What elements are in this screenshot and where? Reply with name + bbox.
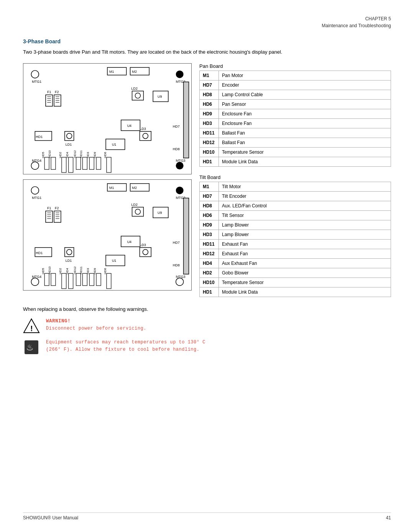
connector-description: Ballast Fan (219, 128, 391, 138)
connector-description: Exhaust Fan (219, 249, 391, 258)
warning-1-body: Disconnect power before servicing. (46, 325, 391, 332)
svg-text:F1: F1 (47, 206, 51, 210)
svg-text:HD5: HD5 (41, 152, 45, 158)
connector-code: HD10 (200, 277, 219, 287)
connector-code: HD2 (200, 268, 219, 277)
connector-code: HD6 (200, 210, 219, 220)
connector-description: Encoder (219, 80, 391, 90)
svg-point-0 (31, 71, 39, 78)
connector-description: Tilt Motor (219, 182, 391, 191)
warning-box-1: ! WARNING! Disconnect power before servi… (23, 317, 391, 334)
connector-description: Pan Sensor (219, 99, 391, 109)
svg-rect-61 (184, 82, 189, 158)
svg-text:HD5: HD5 (41, 268, 45, 274)
table-row: HD11Ballast Fan (200, 128, 391, 138)
warning-triangle-icon: ! (23, 317, 40, 334)
connector-description: Temperature Sensor (219, 147, 391, 157)
chapter-label: CHAPTER 5 (23, 15, 391, 22)
svg-rect-53 (82, 157, 87, 169)
connector-code: HD6 (200, 99, 219, 109)
table-row: HD9Lamp Blower (200, 220, 391, 230)
svg-text:HD1: HD1 (36, 135, 43, 138)
svg-text:HD6: HD6 (104, 268, 107, 274)
svg-rect-45 (51, 157, 56, 169)
svg-rect-121 (107, 273, 111, 289)
table-row: HD10Temperature Sensor (200, 147, 391, 157)
pan-board-title: Pan Board (199, 63, 391, 69)
connector-code: HD1 (200, 287, 219, 297)
connector-code: HD11 (200, 128, 219, 138)
connector-description: Temperature Sensor (219, 277, 391, 287)
warning-1-title: WARNING! (46, 317, 391, 325)
svg-rect-111 (69, 273, 73, 289)
svg-point-103 (176, 278, 184, 286)
table-row: HD6Tilt Sensor (200, 210, 391, 220)
svg-text:LD3: LD3 (140, 243, 146, 247)
svg-text:U9: U9 (158, 95, 162, 99)
table-row: HD11Exhaust Fan (200, 239, 391, 249)
svg-rect-105 (44, 273, 49, 286)
svg-text:MTG3: MTG3 (176, 159, 186, 163)
connector-code: HD9 (200, 109, 219, 118)
table-row: HD1Module Link Data (200, 287, 391, 297)
connector-code: HD8 (200, 201, 219, 210)
footer-right: 41 (386, 515, 391, 521)
table-row: HD6Pan Sensor (200, 99, 391, 109)
svg-text:F2: F2 (55, 206, 59, 210)
svg-rect-20 (132, 91, 144, 100)
table-row: HD12Exhaust Fan (200, 249, 391, 258)
svg-rect-49 (69, 157, 73, 172)
svg-rect-51 (76, 157, 81, 169)
svg-text:U1: U1 (112, 143, 116, 146)
connector-description: Exhaust Fan (219, 239, 391, 249)
svg-rect-47 (62, 157, 66, 172)
connector-description: Module Link Data (219, 287, 391, 297)
svg-text:LD2: LD2 (131, 202, 138, 206)
table-row: HD2Gobo Blower (200, 268, 391, 277)
svg-text:LD1: LD1 (66, 143, 72, 146)
connector-description: Module Link Data (219, 157, 391, 166)
connector-description: Enclosure Fan (219, 109, 391, 118)
connector-code: HD11 (200, 239, 219, 249)
connector-description: Aux. LED/Fan Control (219, 201, 391, 210)
svg-rect-55 (89, 157, 94, 169)
svg-rect-89 (65, 248, 74, 257)
svg-text:HD8: HD8 (173, 263, 180, 267)
table-row: HD9Enclosure Fan (200, 109, 391, 118)
svg-text:LD3: LD3 (140, 127, 146, 131)
table-row: HD12Ballast Fan (200, 138, 391, 147)
svg-rect-117 (89, 273, 94, 286)
warning-2-text: Equipment surfaces may reach temperature… (46, 339, 391, 353)
connector-description: Lamp Control Cable (219, 90, 391, 99)
connector-description: Pan Motor (219, 71, 391, 80)
svg-text:F2: F2 (55, 90, 59, 94)
page: CHAPTER 5 Maintenance and Troubleshootin… (0, 0, 414, 532)
svg-text:LD2: LD2 (131, 86, 138, 90)
tilt-board-section: Tilt Board M1Tilt MotorHD7Tilt EncoderHD… (199, 174, 391, 297)
connector-description: Lamp Blower (219, 220, 391, 230)
connector-description: Enclosure Fan (219, 118, 391, 128)
table-row: HD8Lamp Control Cable (200, 90, 391, 99)
tilt-board-title: Tilt Board (199, 174, 391, 180)
svg-point-41 (176, 162, 184, 169)
svg-text:HD3: HD3 (86, 268, 90, 274)
connector-description: Aux Exhaust Fan (219, 258, 391, 268)
svg-text:MTG4: MTG4 (32, 159, 41, 163)
tables-column: Pan Board M1Pan MotorHD7EncoderHD8Lamp C… (199, 63, 391, 297)
table-row: HD8Aux. LED/Fan Control (200, 201, 391, 210)
svg-rect-107 (51, 273, 56, 286)
table-row: HD4Aux Exhaust Fan (200, 258, 391, 268)
connector-code: HD3 (200, 118, 219, 128)
connector-description: Lamp Blower (219, 230, 391, 239)
table-row: HD1Module Link Data (200, 157, 391, 166)
svg-text:M1: M1 (109, 186, 114, 190)
connector-code: HD12 (200, 138, 219, 147)
svg-rect-109 (62, 273, 66, 289)
svg-rect-82 (132, 207, 144, 216)
svg-text:LD1: LD1 (66, 259, 72, 263)
boards-container: MTG1 MTG2 M1 M2 F1 F2 (23, 63, 391, 297)
svg-text:U1: U1 (112, 259, 116, 263)
svg-rect-27 (65, 131, 74, 141)
intro-text: Two 3-phase boards drive Pan and Tilt mo… (23, 48, 391, 56)
connector-description: Gobo Blower (219, 268, 391, 277)
